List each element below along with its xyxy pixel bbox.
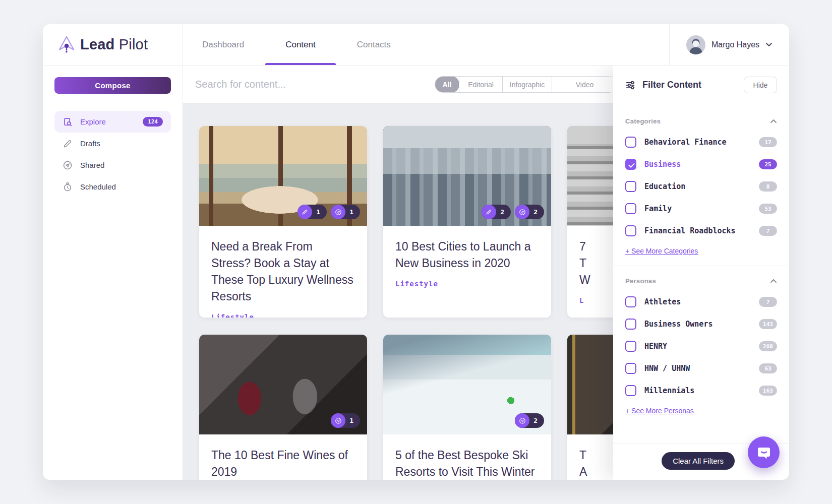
checkbox[interactable] (625, 363, 636, 374)
content-card[interactable]: 2 2 10 Best Cities to Launch a New Busi (383, 126, 551, 318)
content-card[interactable]: 2 5 of the Best Bespoke Ski Resorts to V… (383, 335, 551, 480)
personas-section-header: Personas (625, 277, 777, 285)
filter-count-badge: 17 (759, 137, 777, 147)
sidebar-item-shared[interactable]: Shared (54, 154, 171, 176)
clear-all-filters-button[interactable]: Clear All Filters (662, 452, 735, 470)
send-icon (331, 205, 345, 219)
filter-count-badge: 163 (759, 386, 777, 396)
checkbox[interactable] (625, 159, 636, 170)
filter-panel: Filter Content Hide Categories Behaviora… (613, 66, 789, 480)
checkbox[interactable] (625, 319, 636, 330)
filter-count-badge: 208 (759, 341, 777, 351)
card-badges: 2 2 (482, 205, 544, 219)
see-more-personas-link[interactable]: + See More Personas (625, 407, 694, 415)
filter-label: HNW / UHNW (644, 364, 690, 373)
tab-content[interactable]: Content (285, 24, 316, 65)
shares-badge[interactable]: 1 (331, 205, 360, 219)
filter-label: Business (644, 160, 681, 169)
filter-label: Behavioral Finance (644, 138, 727, 147)
checkbox[interactable] (625, 225, 636, 236)
filter-row[interactable]: Financial Roadblocks 7 (625, 220, 777, 242)
chevron-up-icon[interactable] (770, 119, 777, 123)
pencil-icon (298, 205, 312, 219)
hide-filters-button[interactable]: Hide (744, 77, 777, 93)
tab-contacts[interactable]: Contacts (357, 24, 391, 65)
badge-count: 1 (316, 208, 320, 216)
filter-label: Business Owners (644, 320, 712, 329)
edits-badge[interactable]: 1 (298, 205, 327, 219)
chevron-up-icon[interactable] (770, 279, 777, 283)
clock-icon (63, 182, 73, 192)
tab-dashboard[interactable]: Dashboard (202, 24, 244, 65)
lead-pilot-logo-icon (58, 35, 75, 54)
filter-row[interactable]: Athletes 7 (625, 291, 777, 313)
logo-wordmark: Lead Pilot (80, 36, 148, 53)
badge-count: 2 (533, 208, 538, 216)
shares-badge[interactable]: 2 (515, 413, 544, 428)
segment-infographic[interactable]: Infographic (502, 77, 552, 92)
filter-label: Education (644, 182, 685, 191)
card-body: The 10 Best Fine Wines of 2019 (199, 434, 367, 480)
sidebar-item-label: Explore (80, 117, 106, 126)
checkbox[interactable] (625, 341, 636, 352)
content-card[interactable]: 1 1 Need a Break From Stress? Book a St (199, 126, 367, 318)
filter-row[interactable]: Education 8 (625, 175, 777, 198)
sidebar-nav: Explore 124 Drafts Shared (54, 111, 171, 198)
segment-all[interactable]: All (435, 76, 459, 93)
segment-editorial[interactable]: Editorial (459, 77, 502, 92)
checkbox[interactable] (625, 296, 636, 307)
filter-label: HENRY (644, 342, 667, 351)
filter-row[interactable]: HENRY 208 (625, 335, 777, 357)
chat-launcher-button[interactable] (748, 436, 780, 468)
filter-panel-header: Filter Content Hide (625, 77, 777, 93)
sidebar-item-scheduled[interactable]: Scheduled (54, 176, 171, 198)
segment-video[interactable]: Video (552, 77, 617, 92)
filter-row[interactable]: Business 25 (625, 153, 777, 175)
filter-count-badge: 25 (759, 159, 777, 169)
send-icon (515, 205, 529, 219)
user-menu[interactable]: Margo Hayes (669, 24, 789, 65)
chat-icon (756, 445, 771, 460)
content-card[interactable]: 1 The 10 Best Fine Wines of 2019 (199, 335, 367, 480)
see-more-categories-link[interactable]: + See More Categories (625, 247, 698, 255)
filter-label: Family (644, 204, 672, 213)
checkbox[interactable] (625, 137, 636, 148)
filter-count-badge: 7 (759, 226, 777, 236)
checkbox[interactable] (625, 385, 636, 396)
card-body: Need a Break From Stress? Book a Stay at… (199, 226, 367, 318)
filter-row[interactable]: Behavioral Finance 17 (625, 131, 777, 153)
badge-count: 1 (349, 208, 353, 216)
explore-count-badge: 124 (143, 117, 163, 127)
shares-badge[interactable]: 1 (331, 413, 360, 428)
card-category: Lifestyle (211, 313, 355, 318)
filter-row[interactable]: Family 53 (625, 198, 777, 220)
filter-count-badge: 8 (759, 181, 777, 192)
card-title: 10 Best Cities to Launch a New Business … (395, 238, 539, 272)
divider (613, 266, 789, 266)
card-title: 5 of the Best Bespoke Ski Resorts to Vis… (395, 447, 539, 480)
shares-badge[interactable]: 2 (515, 205, 544, 219)
compose-button[interactable]: Compose (54, 77, 171, 94)
app-body: Compose Explore 124 Drafts (43, 66, 789, 480)
filter-row[interactable]: Business Owners 143 (625, 313, 777, 335)
card-image-wine: 1 (199, 335, 367, 434)
search-input[interactable] (195, 66, 407, 103)
badge-count: 1 (349, 417, 353, 424)
filter-row[interactable]: Millennials 163 (625, 380, 777, 402)
filter-count-badge: 7 (759, 297, 777, 307)
logo[interactable]: Lead Pilot (43, 24, 183, 65)
card-image-city: 2 2 (383, 126, 551, 226)
filter-label: Financial Roadblocks (644, 226, 736, 235)
filter-row[interactable]: HNW / UHNW 63 (625, 357, 777, 380)
sidebar-item-label: Scheduled (80, 182, 116, 191)
filter-sliders-icon (625, 80, 636, 91)
checkbox[interactable] (625, 203, 636, 214)
sidebar-item-explore[interactable]: Explore 124 (54, 111, 171, 133)
badge-count: 2 (500, 208, 504, 216)
edits-badge[interactable]: 2 (482, 205, 511, 219)
checkbox[interactable] (625, 181, 636, 192)
card-image-ski: 2 (383, 335, 551, 434)
sidebar-item-drafts[interactable]: Drafts (54, 133, 171, 154)
top-bar: Lead Pilot Dashboard Content Contacts M (43, 24, 789, 66)
filter-label: Athletes (644, 297, 681, 306)
